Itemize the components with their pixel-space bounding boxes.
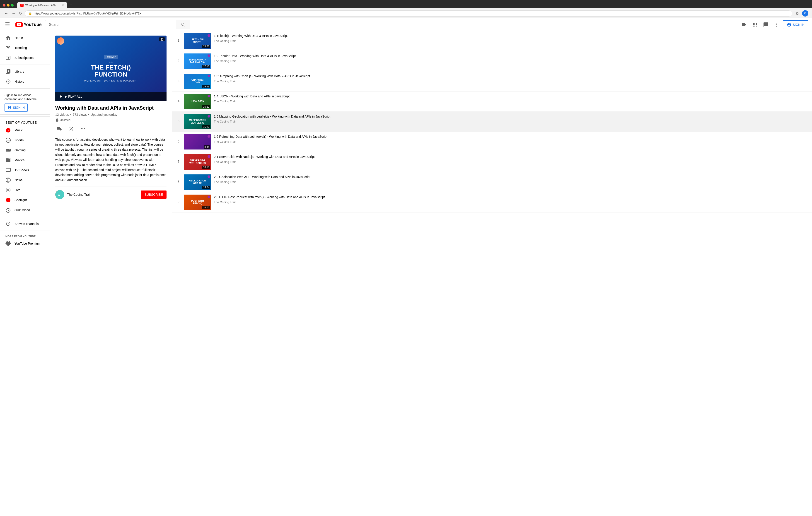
sidebar-item-subscriptions[interactable]: Subscriptions [0,53,50,63]
video-number: 3 [176,73,181,83]
playlist-actions [55,125,167,133]
url-bar[interactable]: 🔒 https://www.youtube.com/playlist?list=… [25,10,792,17]
fetch-main-text: THE FETCH()FUNCTION [84,64,138,78]
fetch-banner: Fetch API 1.1 THE FETCH()FUNCTION WORKIN… [80,50,142,87]
apps-grid-button[interactable] [750,20,759,29]
active-tab[interactable]: Working with Data and APIs in... × [17,2,67,8]
address-bar: ← → ↻ 🔒 https://www.youtube.com/playlist… [0,8,812,18]
subscribe-button[interactable]: SUBSCRIBE [141,190,167,199]
svg-rect-2 [5,26,9,26]
video-list-item[interactable]: 2 TABULAR DATA PARSING CSV 17:15 1.2 Tab… [172,51,812,71]
video-title: 2.1 Server-side with Node.js - Working w… [214,155,808,159]
video-number: 2 [176,54,181,62]
fetch-subtitle: WORKING WITH DATA & APIS IN JAVASCRIPT [84,79,138,82]
sign-in-label: SIGN IN [793,23,805,27]
sidebar-divider-3 [0,116,50,117]
tab-title: Working with Data and APIs in... [25,4,60,6]
video-duration: 15:22 [202,125,210,128]
sidebar-divider-5 [0,231,50,231]
more-options-button[interactable] [772,20,781,29]
video-list-item[interactable]: 1 FETCH API FUNCT... 15:39 1.1: fetch() … [172,31,812,51]
tab-close-button[interactable]: × [62,3,64,7]
profile-icon[interactable]: G [802,10,808,17]
extensions-button[interactable]: ⧉ [794,10,800,17]
video-list-item[interactable]: 8 GEOLOCATION WEB API 15:04 2.2 Geolocat… [172,172,812,192]
video-title: 1.2 Tabular Data - Working With Data & A… [214,54,808,58]
video-info: 2.1 Server-side with Node.js - Working w… [214,154,808,163]
playlist-description: This course is for aspiring developers w… [55,137,167,183]
new-tab-button[interactable]: + [68,2,74,8]
sidebar-sign-in-label: SIGN IN [13,106,25,110]
svg-point-16 [84,128,85,129]
video-list-item[interactable]: 9 POST WITH FETCH() 16:02 2.3 HTTP Post … [172,192,812,212]
video-list-item[interactable]: 3 GRAPHING DATA 19:46 1.3: Graphing with… [172,71,812,92]
sidebar-news-label: News [14,178,23,182]
back-button[interactable]: ← [4,10,9,16]
library-icon [5,69,11,74]
unlisted-label: Unlisted [60,118,70,122]
sidebar-item-music[interactable]: Music [0,125,50,135]
video-list-item[interactable]: 6 8:44 1.6 Refreshing Data with setInter… [172,132,812,152]
sidebar-item-360video[interactable]: 360° Video [0,205,50,215]
hamburger-menu-button[interactable] [4,20,13,29]
sidebar-item-library[interactable]: Library [0,67,50,77]
video-duration: 16:02 [202,206,210,209]
sign-in-button[interactable]: SIGN IN [783,20,808,29]
sidebar-item-tvshows[interactable]: TV Shows [0,165,50,175]
unlisted-badge: Unlisted [55,118,167,122]
forward-button[interactable]: → [11,10,16,16]
video-info: 1.3: Graphing with Chart.js - Working Wi… [214,73,808,83]
video-number: 6 [176,134,181,143]
more-actions-button[interactable] [79,125,87,133]
sidebar-spotlight-label: Spotlight [14,198,27,202]
sidebar-item-news[interactable]: News [0,175,50,185]
video-list-item[interactable]: 4 JSON DATA 16:22 1.4: JSON - Working wi… [172,92,812,112]
video-number: 9 [176,194,181,204]
sidebar-item-history[interactable]: History [0,77,50,87]
video-info: 1.1: fetch() - Working With Data & APIs … [214,33,808,42]
video-title: 1.5 Mapping Geolocation with Leaflet.js … [214,114,808,119]
youtube-logo-text: YouTube [24,22,41,27]
sidebar-sign-in-button[interactable]: SIGN IN [4,103,28,112]
video-thumbnail: TABULAR DATA PARSING CSV 17:15 [184,54,211,69]
video-channel-name: The Coding Train [214,100,808,103]
video-duration: 8:44 [204,145,210,149]
video-list-item[interactable]: 5 MAPPING WITH LEAFLET.JS 15:22 1.5 Mapp… [172,112,812,132]
video-list-item[interactable]: 7 SERVER-SIDE WITH NODE.JS 18:18 2.1 Ser… [172,152,812,172]
playlist-thumbnail[interactable]: Fetch API 1.1 THE FETCH()FUNCTION WORKIN… [55,36,167,101]
refresh-button[interactable]: ↻ [18,10,23,17]
youtube-logo[interactable]: YouTube [16,22,41,27]
video-thumbnail: 8:44 [184,134,211,150]
play-all-bar[interactable]: ▶ PLAY ALL [55,92,167,101]
maximize-dot[interactable] [11,4,13,6]
video-info: 1.6 Refreshing Data with setInterval() -… [214,134,808,143]
svg-point-4 [776,24,777,25]
sidebar-item-live[interactable]: Live [0,185,50,195]
sidebar-item-trending[interactable]: Trending [0,43,50,53]
sidebar-item-gaming[interactable]: Gaming [0,145,50,155]
chat-button[interactable] [761,20,770,29]
content-area: Fetch API 1.1 THE FETCH()FUNCTION WORKIN… [50,31,812,516]
sidebar-item-movies[interactable]: Movies [0,155,50,165]
sidebar-item-browse-channels[interactable]: Browse channels [0,219,50,229]
svg-point-12 [8,223,9,224]
sidebar-item-home[interactable]: Home [0,33,50,43]
url-text: https://www.youtube.com/playlist?list=PL… [34,12,788,15]
video-camera-button[interactable] [740,20,749,29]
search-input[interactable] [45,20,176,29]
close-dot[interactable] [3,4,5,6]
browse-channels-icon [5,221,11,226]
sidebar-item-premium[interactable]: YouTube Premium [0,239,50,248]
video-thumbnail: GRAPHING DATA 19:46 [184,73,211,89]
history-icon [5,79,11,84]
spotlight-icon [5,197,11,203]
save-to-playlist-button[interactable] [55,125,63,133]
playlist-panel: Fetch API 1.1 THE FETCH()FUNCTION WORKIN… [50,31,172,516]
shuffle-button[interactable] [67,125,75,133]
minimize-dot[interactable] [7,4,9,6]
search-button[interactable] [176,20,190,29]
sidebar-item-sports[interactable]: Sports [0,135,50,145]
video-channel-name: The Coding Train [214,39,808,42]
sidebar-premium-label: YouTube Premium [14,242,40,245]
sidebar-item-spotlight[interactable]: Spotlight [0,195,50,205]
